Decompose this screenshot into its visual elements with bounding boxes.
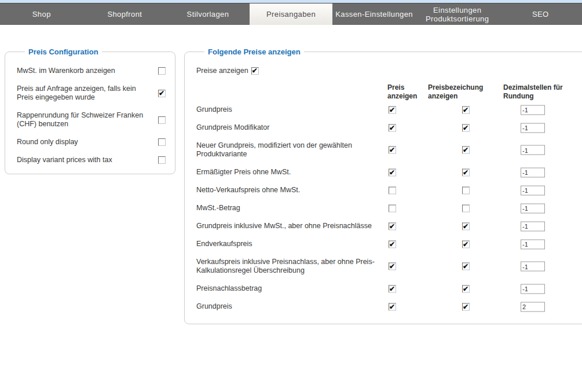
price-row-label: Neuer Grundpreis, modifiziert von der ge… — [196, 141, 393, 159]
show-label-checkbox[interactable] — [462, 240, 470, 248]
option-label: Round only display — [17, 138, 149, 146]
tab-preisangaben[interactable]: Preisangaben — [250, 3, 333, 25]
decimals-input[interactable] — [521, 302, 545, 312]
show-price-checkbox[interactable] — [389, 186, 396, 194]
show-price-checkbox[interactable] — [389, 303, 396, 310]
show-label-checkbox[interactable] — [462, 146, 470, 154]
price-configuration-legend: Preis Configuration — [25, 47, 102, 56]
price-row-label: Ermäßigter Preis ohne MwSt. — [196, 168, 393, 177]
price-row-label: Grundpreis — [196, 105, 393, 114]
show-label-checkbox[interactable] — [462, 263, 470, 270]
option-row: Round only display — [17, 138, 166, 146]
price-row: Endverkaufspreis — [196, 240, 577, 248]
show-label-checkbox[interactable] — [462, 106, 470, 113]
option-row: Display variant prices with tax — [17, 156, 166, 164]
price-row: Grundpreis Modifikator — [196, 123, 577, 132]
show-label-checkbox[interactable] — [462, 204, 470, 212]
tab-einstellungen-produktsortierung[interactable]: Einstellungen Produktsortierung — [416, 3, 499, 25]
settings-tabbar: Shop Shopfront Stilvorlagen Preisangaben… — [0, 3, 582, 25]
price-row: Verkaufspreis inklusive Preisnachlass, a… — [196, 258, 577, 275]
price-row-label: Netto-Verkaufspreis ohne MwSt. — [196, 186, 393, 195]
column-header-show-label: Preisbezeichung anzeigen — [428, 83, 493, 101]
option-label: Display variant prices with tax — [17, 156, 149, 164]
price-display-fieldset: Folgende Preise anzeigen Preise anzeigen… — [184, 47, 582, 324]
option-label: MwSt. im Warenkorb anzeigen — [17, 67, 149, 75]
show-price-checkbox[interactable] — [389, 285, 396, 292]
show-label-checkbox[interactable] — [462, 124, 470, 131]
price-row-label: Grundpreis inklusive MwSt., aber ohne Pr… — [196, 222, 393, 230]
option-row: Preis auf Anfrage anzeigen, falls kein P… — [17, 85, 166, 102]
preise-anzeigen-checkbox[interactable] — [251, 67, 259, 75]
option-label: Rappenrundung für Schweizer Franken (CHF… — [17, 111, 149, 129]
tab-shop[interactable]: Shop — [0, 3, 83, 25]
tab-shopfront[interactable]: Shopfront — [83, 3, 167, 25]
variant-prices-tax-checkbox[interactable] — [158, 156, 166, 164]
show-label-checkbox[interactable] — [462, 168, 470, 176]
decimals-input[interactable] — [521, 185, 545, 195]
show-price-checkbox[interactable] — [389, 263, 396, 270]
show-label-checkbox[interactable] — [462, 303, 470, 310]
show-price-checkbox[interactable] — [389, 168, 396, 176]
round-only-display-checkbox[interactable] — [158, 138, 166, 146]
decimals-input[interactable] — [521, 105, 545, 115]
decimals-input[interactable] — [521, 203, 545, 213]
price-row: Netto-Verkaufspreis ohne MwSt. — [196, 186, 577, 195]
price-row: MwSt.-Betrag — [196, 204, 577, 213]
decimals-input[interactable] — [521, 262, 545, 272]
tab-kassen-einstellungen[interactable]: Kassen-Einstellungen — [332, 3, 416, 25]
show-price-checkbox[interactable] — [389, 222, 396, 230]
price-row: Ermäßigter Preis ohne MwSt. — [196, 168, 577, 177]
price-row: Neuer Grundpreis, modifiziert von der ge… — [196, 141, 577, 159]
price-display-legend: Folgende Preise anzeigen — [204, 47, 304, 56]
column-header-show-price: Preis anzeigen — [387, 83, 423, 101]
price-row-label: Endverkaufspreis — [196, 240, 393, 248]
decimals-input[interactable] — [521, 284, 545, 294]
tab-seo[interactable]: SEO — [499, 3, 582, 25]
master-toggle-label: Preise anzeigen — [196, 67, 248, 75]
show-label-checkbox[interactable] — [462, 222, 470, 230]
rappenrundung-checkbox[interactable] — [158, 116, 166, 124]
mwst-warenkorb-checkbox[interactable] — [158, 67, 166, 75]
option-label: Preis auf Anfrage anzeigen, falls kein P… — [17, 85, 149, 102]
decimals-input[interactable] — [521, 123, 545, 133]
price-row: Preisnachlassbetrag — [196, 284, 577, 293]
decimals-input[interactable] — [521, 167, 545, 177]
price-table-header: Preis anzeigen Preisbezeichung anzeigen … — [196, 83, 577, 101]
option-row: Rappenrundung für Schweizer Franken (CHF… — [17, 111, 166, 129]
show-price-checkbox[interactable] — [389, 146, 396, 154]
show-label-checkbox[interactable] — [462, 285, 470, 292]
price-row: Grundpreis inklusive MwSt., aber ohne Pr… — [196, 222, 577, 230]
decimals-input[interactable] — [521, 221, 545, 231]
price-row: Grundpreis — [196, 302, 577, 311]
show-label-checkbox[interactable] — [462, 186, 470, 194]
price-row-label: Grundpreis — [196, 302, 393, 311]
show-price-checkbox[interactable] — [389, 204, 396, 212]
price-row: Grundpreis — [196, 105, 577, 114]
show-price-checkbox[interactable] — [389, 124, 396, 131]
decimals-input[interactable] — [521, 239, 545, 249]
column-header-decimals: Dezimalstellen für Rundung — [503, 83, 576, 101]
tab-stilvorlagen[interactable]: Stilvorlagen — [166, 3, 250, 25]
price-configuration-fieldset: Preis Configuration MwSt. im Warenkorb a… — [5, 47, 175, 174]
show-price-checkbox[interactable] — [389, 240, 396, 248]
option-row: MwSt. im Warenkorb anzeigen — [17, 67, 166, 75]
price-row-label: Verkaufspreis inklusive Preisnachlass, a… — [196, 258, 393, 275]
price-row-label: Preisnachlassbetrag — [196, 284, 393, 293]
master-toggle-row: Preise anzeigen — [196, 67, 577, 75]
price-row-label: Grundpreis Modifikator — [196, 123, 393, 132]
show-price-checkbox[interactable] — [389, 106, 396, 113]
preis-auf-anfrage-checkbox[interactable] — [158, 90, 166, 97]
decimals-input[interactable] — [521, 145, 545, 155]
price-row-label: MwSt.-Betrag — [196, 204, 393, 213]
